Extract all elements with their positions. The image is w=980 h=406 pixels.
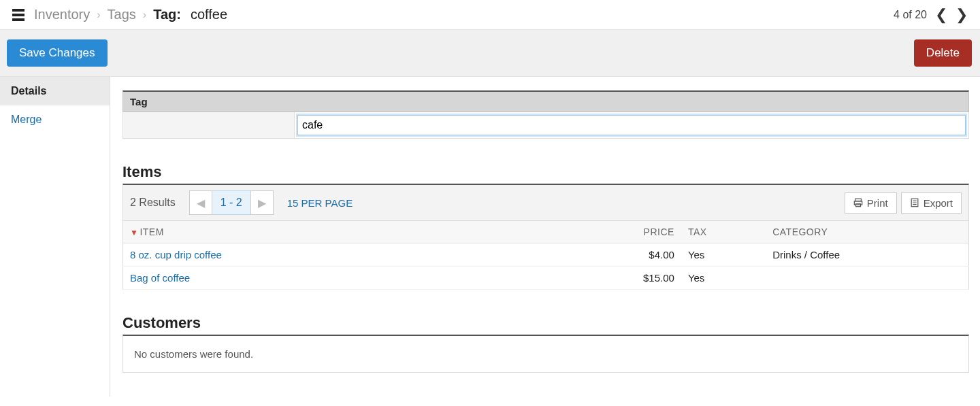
table-row: 8 oz. cup drip coffee $4.00 Yes Drinks /… bbox=[123, 243, 969, 267]
items-toolbar: 2 Results ◀ 1 - 2 ▶ 15 PER PAGE Print bbox=[122, 184, 969, 221]
print-label: Print bbox=[867, 197, 888, 209]
item-price: $15.00 bbox=[597, 267, 681, 290]
col-item[interactable]: ▼ITEM bbox=[123, 221, 597, 243]
print-button[interactable]: Print bbox=[845, 192, 897, 214]
items-per-page[interactable]: 15 PER PAGE bbox=[287, 197, 353, 209]
breadcrumb: Inventory › Tags › Tag: coffee bbox=[34, 7, 894, 22]
export-label: Export bbox=[924, 197, 953, 209]
col-tax[interactable]: TAX bbox=[681, 221, 766, 243]
tag-label-cell bbox=[123, 112, 295, 138]
col-category[interactable]: CATEGORY bbox=[766, 221, 968, 243]
action-strip: Save Changes Delete bbox=[0, 30, 980, 77]
items-table: ▼ITEM PRICE TAX CATEGORY 8 oz. cup drip … bbox=[122, 221, 969, 290]
items-next-page-icon[interactable]: ▶ bbox=[250, 190, 274, 215]
breadcrumb-tags[interactable]: Tags bbox=[108, 7, 136, 22]
print-icon bbox=[853, 198, 863, 207]
body: Details Merge Tag Items 2 Results ◀ 1 - … bbox=[0, 77, 980, 396]
svg-rect-2 bbox=[855, 204, 860, 207]
item-tax: Yes bbox=[681, 243, 766, 267]
chevron-right-icon: › bbox=[97, 9, 100, 21]
sidebar: Details Merge bbox=[0, 77, 110, 396]
tag-input-cell bbox=[295, 112, 968, 138]
col-item-label: ITEM bbox=[140, 226, 163, 237]
delete-button[interactable]: Delete bbox=[914, 39, 972, 67]
breadcrumb-current-label: Tag: bbox=[153, 7, 181, 22]
items-prev-page-icon[interactable]: ◀ bbox=[189, 190, 212, 215]
items-page-range: 1 - 2 bbox=[212, 190, 251, 215]
table-row: Bag of coffee $15.00 Yes bbox=[123, 267, 969, 290]
item-price: $4.00 bbox=[597, 243, 681, 267]
item-category bbox=[766, 267, 968, 290]
export-button[interactable]: Export bbox=[901, 192, 962, 214]
pager-position: 4 of 20 bbox=[894, 9, 927, 21]
breadcrumb-current-value: coffee bbox=[191, 7, 227, 22]
items-mini-pager: ◀ 1 - 2 ▶ bbox=[189, 190, 274, 215]
pager-next-icon[interactable]: ❯ bbox=[956, 7, 968, 22]
sort-desc-icon: ▼ bbox=[130, 228, 138, 237]
sidebar-item-details[interactable]: Details bbox=[0, 77, 110, 105]
items-results-label: 2 Results bbox=[130, 197, 176, 209]
export-icon bbox=[910, 198, 919, 207]
record-pager: 4 of 20 ❮ ❯ bbox=[894, 7, 968, 22]
sidebar-item-merge[interactable]: Merge bbox=[0, 105, 110, 134]
save-button[interactable]: Save Changes bbox=[7, 39, 108, 67]
tag-panel-row bbox=[122, 112, 969, 139]
main: Tag Items 2 Results ◀ 1 - 2 ▶ 15 PER PAG… bbox=[110, 77, 980, 396]
pager-prev-icon[interactable]: ❮ bbox=[935, 7, 947, 22]
tag-name-input[interactable] bbox=[297, 115, 966, 135]
items-header-row: ▼ITEM PRICE TAX CATEGORY bbox=[123, 221, 969, 243]
item-category: Drinks / Coffee bbox=[766, 243, 968, 267]
customers-empty: No customers were found. bbox=[122, 335, 969, 373]
item-link[interactable]: Bag of coffee bbox=[130, 272, 190, 284]
tag-panel: Tag bbox=[122, 90, 969, 139]
items-title: Items bbox=[122, 163, 969, 181]
tag-panel-header: Tag bbox=[122, 90, 969, 112]
chevron-right-icon: › bbox=[143, 9, 146, 21]
col-price[interactable]: PRICE bbox=[597, 221, 681, 243]
breadcrumb-inventory[interactable]: Inventory bbox=[34, 7, 90, 22]
breadcrumb-bar: Inventory › Tags › Tag: coffee 4 of 20 ❮… bbox=[0, 0, 980, 30]
item-link[interactable]: 8 oz. cup drip coffee bbox=[130, 249, 222, 260]
item-tax: Yes bbox=[681, 267, 766, 290]
customers-title: Customers bbox=[122, 314, 969, 332]
menu-icon[interactable] bbox=[12, 9, 24, 21]
